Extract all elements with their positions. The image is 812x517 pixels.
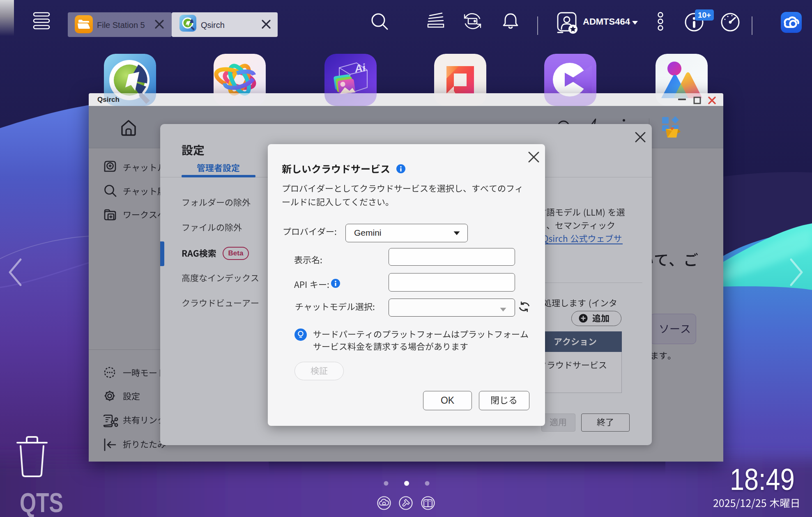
svg-text:Ai: Ai [355,61,366,75]
svg-text:10+: 10+ [698,11,711,19]
